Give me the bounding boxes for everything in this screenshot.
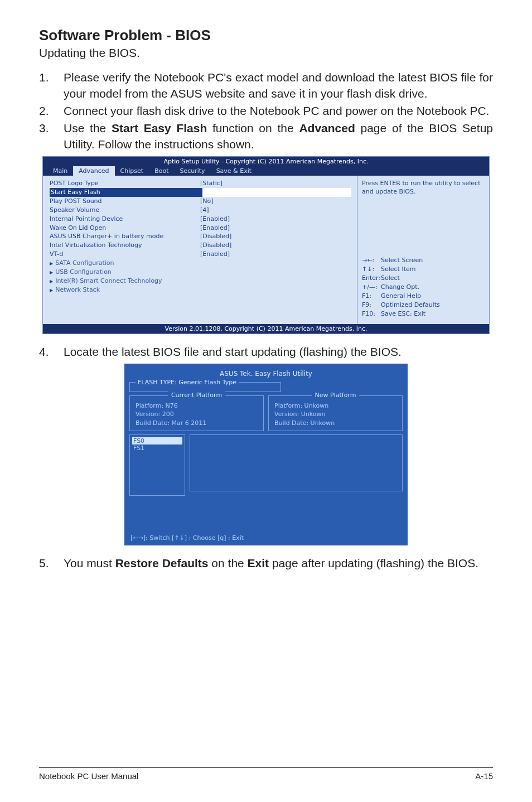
bios-tabs: Main Advanced Chipset Boot Security Save… bbox=[43, 166, 489, 176]
section-subtitle: Updating the BIOS. bbox=[39, 46, 493, 60]
bios-key-help: →←:Select Screen ↑↓:Select Item Enter:Se… bbox=[362, 256, 485, 318]
footer-right: A-15 bbox=[475, 771, 493, 781]
ef-key-hint: [←→]: Switch [↑↓] : Choose [q] : Exit bbox=[129, 532, 403, 543]
tab-main: Main bbox=[47, 166, 73, 176]
page-footer: Notebook PC User Manual A-15 bbox=[39, 767, 493, 781]
tab-save-exit: Save & Exit bbox=[211, 166, 257, 176]
bios-help-text: Press ENTER to run the utility to select… bbox=[362, 179, 485, 196]
tab-security: Security bbox=[174, 166, 210, 176]
tab-advanced: Advanced bbox=[73, 166, 114, 176]
ef-file-list bbox=[190, 434, 403, 491]
step-2: 2. Connect your flash disk drive to the … bbox=[39, 103, 493, 119]
bios-setup-screenshot: Aptio Setup Utility - Copyright (C) 2011… bbox=[42, 156, 490, 334]
bios-title: Aptio Setup Utility - Copyright (C) 2011… bbox=[43, 157, 489, 166]
ef-title: ASUS Tek. Easy Flash Utility bbox=[129, 370, 403, 378]
bios-footer: Version 2.01.1208. Copyright (C) 2011 Am… bbox=[43, 324, 489, 334]
footer-left: Notebook PC User Manual bbox=[39, 771, 138, 781]
section-heading: Software Problem - BIOS bbox=[39, 27, 493, 44]
step-5: 5. You must Restore Defaults on the Exit… bbox=[39, 555, 493, 572]
ef-drive-list: FS0 FS1 bbox=[129, 434, 185, 496]
tab-boot: Boot bbox=[149, 166, 174, 176]
easy-flash-screenshot: ASUS Tek. Easy Flash Utility FLASH TYPE:… bbox=[124, 364, 408, 545]
step-4: 4. Locate the latest BIOS file and start… bbox=[39, 344, 493, 360]
step-1: 1. Please verify the Notebook PC's exact… bbox=[39, 70, 493, 102]
ef-current-platform: Current Platform Platform: N76 Version: … bbox=[129, 395, 264, 431]
tab-chipset: Chipset bbox=[115, 166, 149, 176]
bios-options: POST Logo Type[Static] Start Easy Flash … bbox=[43, 176, 357, 324]
ef-new-platform: New Platform Platform: Unkown Version: U… bbox=[268, 395, 403, 431]
ef-flash-type: FLASH TYPE: Generic Flash Type bbox=[129, 382, 281, 392]
step-3: 3. Use the Start Easy Flash function on … bbox=[39, 120, 493, 153]
